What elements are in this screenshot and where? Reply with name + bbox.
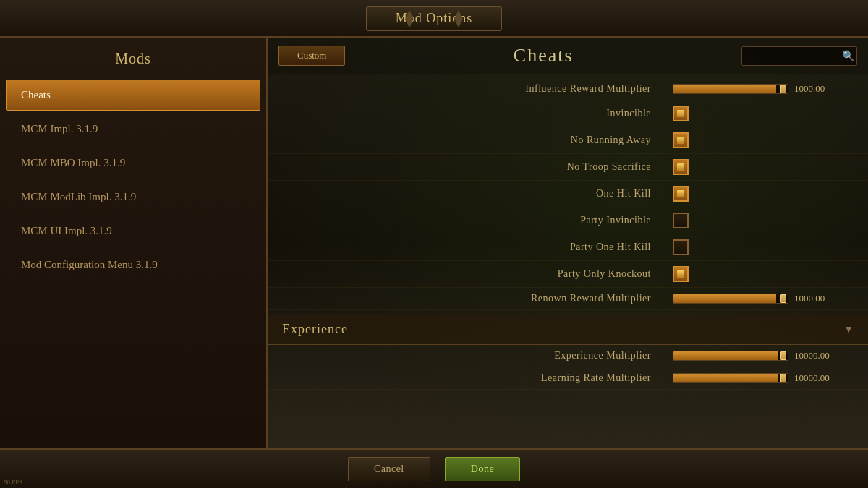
slider-thumb-learning-rate[interactable] <box>780 374 786 382</box>
checkbox-control-one-hit <box>673 186 854 202</box>
slider-value-learning-rate: 10000.00 <box>794 372 845 384</box>
setting-label: One Hit Kill <box>282 188 673 200</box>
checkbox-no-troop[interactable] <box>673 159 689 175</box>
search-input[interactable] <box>748 51 842 61</box>
sidebar-item-mcm-modlib[interactable]: MCM ModLib Impl. 3.1.9 <box>6 181 260 213</box>
header-ornament-left: ⧫ <box>405 8 414 28</box>
sidebar-item-mcm-impl[interactable]: MCM Impl. 3.1.9 <box>6 114 260 145</box>
setting-row-no-running: No Running Away <box>268 127 868 154</box>
slider-control-renown: 1000.00 <box>673 293 854 304</box>
checkbox-control-invincible <box>673 106 854 121</box>
content-panel: Custom Cheats 🔍 Influence Reward Multipl… <box>268 38 868 448</box>
slider-control-influence: 1000.00 <box>673 83 854 95</box>
checkbox-no-running[interactable] <box>673 132 689 148</box>
setting-label: Renown Reward Multiplier <box>282 293 673 304</box>
setting-row-party-knockout: Party Only Knockout <box>268 261 868 288</box>
checkbox-party-knockout[interactable] <box>673 266 689 282</box>
section-header-experience: Experience ▼ <box>268 314 868 345</box>
slider-track-learning-rate[interactable] <box>673 373 788 383</box>
setting-row-party-one-hit: Party One Hit Kill <box>268 234 868 261</box>
footer: Cancel Done 80 FPS <box>0 448 868 488</box>
setting-label: Influence Reward Multiplier <box>282 83 673 95</box>
setting-label: Party Invincible <box>282 215 673 226</box>
setting-row-influence-reward: Influence Reward Multiplier 1000.00 <box>268 78 868 100</box>
slider-fill-influence <box>673 85 776 93</box>
collapse-icon-experience[interactable]: ▼ <box>843 324 854 335</box>
setting-label: Party One Hit Kill <box>282 241 673 253</box>
sidebar-header: Mods <box>0 45 266 78</box>
setting-label: Invincible <box>282 108 673 119</box>
checkbox-control-party-knockout <box>673 266 854 282</box>
checkbox-one-hit[interactable] <box>673 186 689 202</box>
slider-track-renown[interactable] <box>673 294 788 304</box>
checkbox-control-no-running <box>673 132 854 148</box>
slider-value-influence: 1000.00 <box>794 83 845 95</box>
custom-button[interactable]: Custom <box>278 46 345 66</box>
header-ornament-right: ⧫ <box>454 8 463 28</box>
cancel-button[interactable]: Cancel <box>348 457 430 481</box>
checkbox-party-invincible[interactable] <box>673 213 689 228</box>
slider-track-influence[interactable] <box>673 84 788 94</box>
setting-label: Experience Multiplier <box>282 350 673 361</box>
sidebar-item-cheats[interactable]: Cheats <box>6 80 260 111</box>
setting-row-invincible: Invincible <box>268 100 868 127</box>
content-header: Custom Cheats 🔍 <box>268 38 868 74</box>
setting-label: Party Only Knockout <box>282 268 673 280</box>
slider-thumb-renown[interactable] <box>780 294 786 303</box>
setting-row-one-hit: One Hit Kill <box>268 181 868 207</box>
checkbox-invincible[interactable] <box>673 106 689 121</box>
setting-row-renown: Renown Reward Multiplier 1000.00 <box>268 288 868 310</box>
sidebar: Mods Cheats MCM Impl. 3.1.9 MCM MBO Impl… <box>0 38 268 448</box>
content-title: Cheats <box>352 45 734 67</box>
slider-control-experience: 10000.00 <box>673 350 854 361</box>
slider-fill-renown <box>673 294 776 303</box>
sidebar-item-mcm-ui[interactable]: MCM UI Impl. 3.1.9 <box>6 215 260 247</box>
section-title-experience: Experience <box>282 322 348 337</box>
search-box: 🔍 <box>741 46 857 66</box>
setting-row-no-troop: No Troop Sacrifice <box>268 154 868 181</box>
header: ⧫ Mod Options ⧫ <box>0 0 868 38</box>
slider-control-learning-rate: 10000.00 <box>673 372 854 384</box>
slider-thumb-experience[interactable] <box>780 351 786 360</box>
checkbox-control-no-troop <box>673 159 854 175</box>
setting-row-experience: Experience Multiplier 10000.00 <box>268 345 868 367</box>
search-icon: 🔍 <box>842 50 854 62</box>
slider-track-experience[interactable] <box>673 351 788 361</box>
header-title: Mod Options <box>366 6 503 31</box>
sidebar-item-mcm-mbo[interactable]: MCM MBO Impl. 3.1.9 <box>6 147 260 179</box>
slider-fill-experience <box>673 351 778 360</box>
checkbox-party-one-hit[interactable] <box>673 239 689 255</box>
fps-badge: 80 FPS <box>4 479 22 486</box>
checkbox-control-party-one-hit <box>673 239 854 255</box>
sidebar-item-mcm-menu[interactable]: Mod Configuration Menu 3.1.9 <box>6 249 260 281</box>
main-layout: Mods Cheats MCM Impl. 3.1.9 MCM MBO Impl… <box>0 38 868 448</box>
setting-label: No Troop Sacrifice <box>282 161 673 173</box>
setting-label: Learning Rate Multiplier <box>282 372 673 384</box>
setting-row-party-invincible: Party Invincible <box>268 207 868 234</box>
slider-fill-learning-rate <box>673 374 778 382</box>
setting-label: No Running Away <box>282 134 673 146</box>
content-body: Influence Reward Multiplier 1000.00 Invi… <box>268 74 868 448</box>
checkbox-control-party-invincible <box>673 213 854 228</box>
slider-thumb-influence[interactable] <box>780 85 786 93</box>
slider-value-experience: 10000.00 <box>794 350 845 361</box>
done-button[interactable]: Done <box>445 457 520 481</box>
setting-row-learning-rate: Learning Rate Multiplier 10000.00 <box>268 367 868 390</box>
slider-value-renown: 1000.00 <box>794 293 845 304</box>
